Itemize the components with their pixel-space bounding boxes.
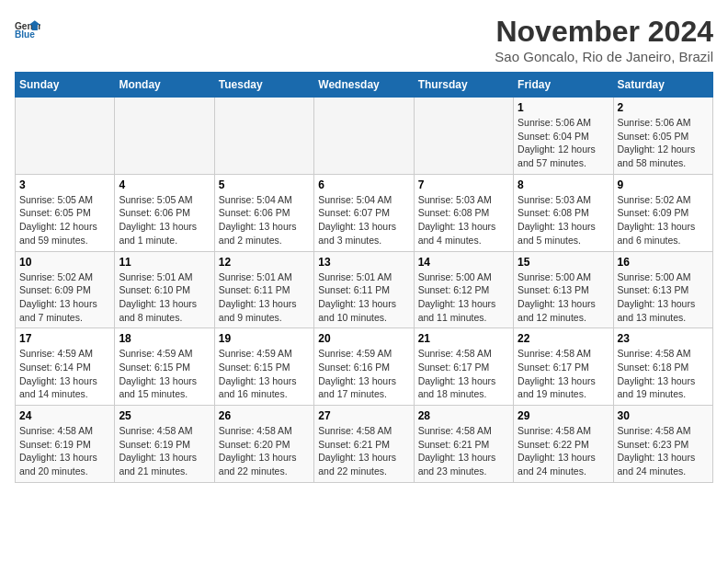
day-number: 16 [618, 256, 709, 269]
calendar-cell: 27Sunrise: 4:58 AMSunset: 6:21 PMDayligh… [314, 406, 414, 483]
calendar-cell: 26Sunrise: 4:58 AMSunset: 6:20 PMDayligh… [214, 406, 313, 483]
calendar-cell: 19Sunrise: 4:59 AMSunset: 6:15 PMDayligh… [214, 328, 313, 406]
day-info: Sunrise: 4:58 AMSunset: 6:21 PMDaylight:… [418, 424, 509, 478]
day-info: Sunrise: 5:04 AMSunset: 6:06 PMDaylight:… [219, 193, 310, 247]
calendar-cell [214, 98, 313, 175]
calendar-cell: 16Sunrise: 5:00 AMSunset: 6:13 PMDayligh… [613, 251, 712, 328]
day-number: 26 [219, 409, 310, 422]
weekday-tuesday: Tuesday [214, 73, 313, 98]
month-title: November 2024 [495, 15, 713, 49]
calendar-cell [16, 98, 115, 175]
day-info: Sunrise: 4:58 AMSunset: 6:20 PMDaylight:… [219, 424, 310, 478]
day-number: 3 [19, 178, 110, 191]
calendar-cell: 5Sunrise: 5:04 AMSunset: 6:06 PMDaylight… [214, 174, 313, 251]
day-info: Sunrise: 5:00 AMSunset: 6:12 PMDaylight:… [418, 270, 509, 325]
day-number: 14 [418, 256, 509, 269]
week-row-5: 24Sunrise: 4:58 AMSunset: 6:19 PMDayligh… [16, 406, 713, 483]
calendar-cell [314, 98, 414, 175]
calendar-cell: 23Sunrise: 4:58 AMSunset: 6:18 PMDayligh… [613, 328, 712, 406]
day-number: 27 [318, 409, 409, 422]
calendar-cell: 22Sunrise: 4:58 AMSunset: 6:17 PMDayligh… [514, 328, 613, 406]
week-row-3: 10Sunrise: 5:02 AMSunset: 6:09 PMDayligh… [16, 251, 713, 328]
calendar-cell: 17Sunrise: 4:59 AMSunset: 6:14 PMDayligh… [16, 328, 115, 406]
calendar-cell: 2Sunrise: 5:06 AMSunset: 6:05 PMDaylight… [613, 98, 712, 175]
day-info: Sunrise: 5:05 AMSunset: 6:06 PMDaylight:… [119, 193, 210, 247]
calendar-cell: 13Sunrise: 5:01 AMSunset: 6:11 PMDayligh… [314, 251, 414, 328]
logo: General Blue [15, 15, 40, 40]
day-number: 4 [119, 178, 210, 191]
day-number: 17 [19, 332, 110, 345]
calendar-cell: 1Sunrise: 5:06 AMSunset: 6:04 PMDaylight… [514, 98, 613, 175]
day-number: 18 [119, 332, 210, 345]
day-info: Sunrise: 5:01 AMSunset: 6:11 PMDaylight:… [219, 270, 310, 325]
weekday-friday: Friday [514, 73, 613, 98]
day-info: Sunrise: 5:04 AMSunset: 6:07 PMDaylight:… [318, 193, 409, 247]
title-area: November 2024 Sao Goncalo, Rio de Janeir… [495, 15, 713, 64]
calendar-cell: 7Sunrise: 5:03 AMSunset: 6:08 PMDaylight… [414, 174, 513, 251]
calendar-cell: 4Sunrise: 5:05 AMSunset: 6:06 PMDaylight… [115, 174, 214, 251]
day-number: 8 [518, 178, 609, 191]
day-info: Sunrise: 5:06 AMSunset: 6:05 PMDaylight:… [618, 116, 709, 170]
calendar-cell: 12Sunrise: 5:01 AMSunset: 6:11 PMDayligh… [214, 251, 313, 328]
day-number: 11 [119, 256, 210, 269]
calendar-cell [115, 98, 214, 175]
day-number: 15 [518, 256, 609, 269]
logo-icon: General Blue [15, 15, 40, 40]
calendar-cell: 29Sunrise: 4:58 AMSunset: 6:22 PMDayligh… [514, 406, 613, 483]
day-info: Sunrise: 4:59 AMSunset: 6:14 PMDaylight:… [19, 347, 110, 401]
weekday-saturday: Saturday [613, 73, 712, 98]
day-number: 29 [518, 409, 609, 422]
weekday-sunday: Sunday [16, 73, 115, 98]
day-info: Sunrise: 4:58 AMSunset: 6:17 PMDaylight:… [518, 347, 609, 401]
day-number: 30 [618, 409, 709, 422]
calendar-cell: 9Sunrise: 5:02 AMSunset: 6:09 PMDaylight… [613, 174, 712, 251]
calendar-cell: 18Sunrise: 4:59 AMSunset: 6:15 PMDayligh… [115, 328, 214, 406]
calendar-cell: 28Sunrise: 4:58 AMSunset: 6:21 PMDayligh… [414, 406, 513, 483]
calendar-cell: 30Sunrise: 4:58 AMSunset: 6:23 PMDayligh… [613, 406, 712, 483]
day-info: Sunrise: 5:02 AMSunset: 6:09 PMDaylight:… [618, 193, 709, 247]
week-row-2: 3Sunrise: 5:05 AMSunset: 6:05 PMDaylight… [16, 174, 713, 251]
day-info: Sunrise: 5:00 AMSunset: 6:13 PMDaylight:… [618, 270, 709, 325]
calendar-cell: 6Sunrise: 5:04 AMSunset: 6:07 PMDaylight… [314, 174, 414, 251]
day-number: 2 [618, 101, 709, 114]
weekday-monday: Monday [115, 73, 214, 98]
day-info: Sunrise: 4:58 AMSunset: 6:19 PMDaylight:… [19, 424, 110, 478]
day-info: Sunrise: 5:01 AMSunset: 6:10 PMDaylight:… [119, 270, 210, 325]
day-info: Sunrise: 5:00 AMSunset: 6:13 PMDaylight:… [518, 270, 609, 325]
weekday-wednesday: Wednesday [314, 73, 414, 98]
day-number: 19 [219, 332, 310, 345]
day-number: 21 [418, 332, 509, 345]
day-number: 20 [318, 332, 409, 345]
day-number: 5 [219, 178, 310, 191]
day-info: Sunrise: 4:59 AMSunset: 6:16 PMDaylight:… [318, 347, 409, 401]
calendar-cell: 10Sunrise: 5:02 AMSunset: 6:09 PMDayligh… [16, 251, 115, 328]
week-row-4: 17Sunrise: 4:59 AMSunset: 6:14 PMDayligh… [16, 328, 713, 406]
day-number: 23 [618, 332, 709, 345]
calendar-cell: 8Sunrise: 5:03 AMSunset: 6:08 PMDaylight… [514, 174, 613, 251]
day-number: 25 [119, 409, 210, 422]
calendar-cell: 21Sunrise: 4:58 AMSunset: 6:17 PMDayligh… [414, 328, 513, 406]
day-number: 12 [219, 256, 310, 269]
day-number: 10 [19, 256, 110, 269]
calendar-cell: 11Sunrise: 5:01 AMSunset: 6:10 PMDayligh… [115, 251, 214, 328]
day-number: 1 [518, 101, 609, 114]
day-number: 13 [318, 256, 409, 269]
day-info: Sunrise: 5:02 AMSunset: 6:09 PMDaylight:… [19, 270, 110, 325]
weekday-header-row: SundayMondayTuesdayWednesdayThursdayFrid… [16, 73, 713, 98]
calendar-cell: 15Sunrise: 5:00 AMSunset: 6:13 PMDayligh… [514, 251, 613, 328]
calendar-cell: 14Sunrise: 5:00 AMSunset: 6:12 PMDayligh… [414, 251, 513, 328]
day-number: 24 [19, 409, 110, 422]
day-number: 22 [518, 332, 609, 345]
day-info: Sunrise: 5:01 AMSunset: 6:11 PMDaylight:… [318, 270, 409, 325]
day-number: 7 [418, 178, 509, 191]
day-info: Sunrise: 5:05 AMSunset: 6:05 PMDaylight:… [19, 193, 110, 247]
day-info: Sunrise: 4:58 AMSunset: 6:19 PMDaylight:… [119, 424, 210, 478]
calendar-cell: 3Sunrise: 5:05 AMSunset: 6:05 PMDaylight… [16, 174, 115, 251]
day-number: 28 [418, 409, 509, 422]
day-info: Sunrise: 4:58 AMSunset: 6:22 PMDaylight:… [518, 424, 609, 478]
weekday-thursday: Thursday [414, 73, 513, 98]
day-info: Sunrise: 5:06 AMSunset: 6:04 PMDaylight:… [518, 116, 609, 170]
calendar-cell: 24Sunrise: 4:58 AMSunset: 6:19 PMDayligh… [16, 406, 115, 483]
calendar-cell: 20Sunrise: 4:59 AMSunset: 6:16 PMDayligh… [314, 328, 414, 406]
day-info: Sunrise: 4:58 AMSunset: 6:18 PMDaylight:… [618, 347, 709, 401]
